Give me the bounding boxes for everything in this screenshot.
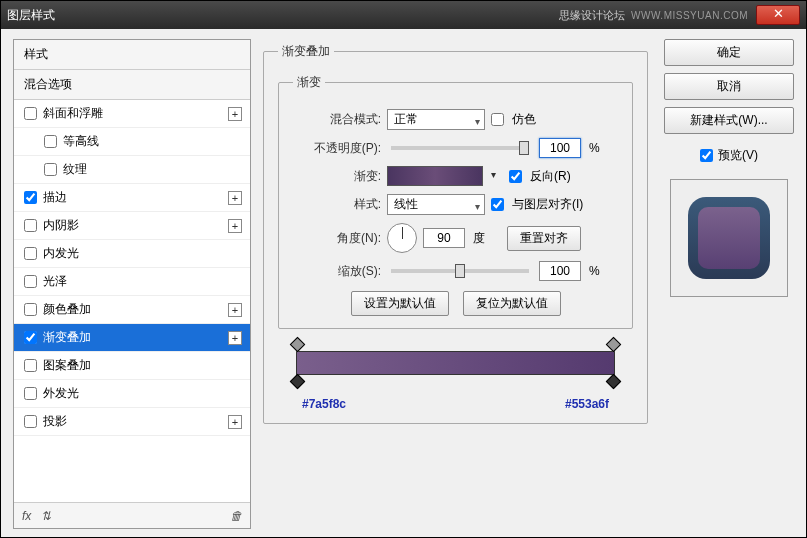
- opacity-input[interactable]: [539, 138, 581, 158]
- preview-icon-inner: [698, 207, 760, 269]
- style-label: 纹理: [63, 161, 242, 178]
- style-label: 描边: [43, 189, 228, 206]
- color-stop-right[interactable]: [606, 374, 622, 390]
- hex-right: #553a6f: [565, 397, 609, 411]
- style-checkbox[interactable]: [24, 107, 37, 120]
- blend-mode-label: 混合模式:: [293, 111, 381, 128]
- reverse-label: 反向(R): [530, 168, 571, 185]
- set-default-button[interactable]: 设置为默认值: [351, 291, 449, 316]
- style-checkbox[interactable]: [24, 415, 37, 428]
- gradient-overlay-fieldset: 渐变叠加 渐变 混合模式: 正常 仿色 不透明度(P): %: [263, 43, 648, 424]
- style-checkbox[interactable]: [44, 163, 57, 176]
- opacity-label: 不透明度(P):: [293, 140, 381, 157]
- opacity-stop-right[interactable]: [606, 337, 622, 353]
- style-item-纹理[interactable]: 纹理: [14, 156, 250, 184]
- styles-list: 样式 混合选项 斜面和浮雕+等高线纹理描边+内阴影+内发光光泽颜色叠加+渐变叠加…: [13, 39, 251, 529]
- titlebar: 图层样式 思缘设计论坛 WWW.MISSYUAN.COM ✕: [1, 1, 806, 29]
- reset-default-button[interactable]: 复位为默认值: [463, 291, 561, 316]
- reverse-checkbox[interactable]: [509, 170, 522, 183]
- align-checkbox[interactable]: [491, 198, 504, 211]
- align-label: 与图层对齐(I): [512, 196, 583, 213]
- dither-label: 仿色: [512, 111, 536, 128]
- chevron-up-down-icon[interactable]: ⇅: [41, 509, 51, 523]
- preview-icon: [688, 197, 770, 279]
- angle-dial[interactable]: [387, 223, 417, 253]
- cancel-button[interactable]: 取消: [664, 73, 794, 100]
- add-instance-button[interactable]: +: [228, 219, 242, 233]
- style-select[interactable]: 线性: [387, 194, 485, 215]
- blend-mode-select[interactable]: 正常: [387, 109, 485, 130]
- scale-label: 缩放(S):: [293, 263, 381, 280]
- style-label: 等高线: [63, 133, 242, 150]
- color-stop-left[interactable]: [290, 374, 306, 390]
- style-item-内阴影[interactable]: 内阴影+: [14, 212, 250, 240]
- opacity-slider[interactable]: [391, 146, 529, 150]
- brand-url: WWW.MISSYUAN.COM: [631, 10, 748, 21]
- style-checkbox[interactable]: [24, 275, 37, 288]
- style-label: 图案叠加: [43, 357, 242, 374]
- ok-button[interactable]: 确定: [664, 39, 794, 66]
- gradient-label: 渐变:: [293, 168, 381, 185]
- preview-label: 预览(V): [718, 147, 758, 164]
- style-checkbox[interactable]: [24, 387, 37, 400]
- style-item-等高线[interactable]: 等高线: [14, 128, 250, 156]
- angle-input[interactable]: [423, 228, 465, 248]
- style-label: 内阴影: [43, 217, 228, 234]
- style-item-光泽[interactable]: 光泽: [14, 268, 250, 296]
- right-panel: 确定 取消 新建样式(W)... 预览(V): [664, 39, 794, 529]
- scale-unit: %: [589, 264, 600, 278]
- styles-footer: fx ⇅ 🗑: [14, 502, 250, 528]
- gradient-swatch[interactable]: [387, 166, 483, 186]
- style-item-颜色叠加[interactable]: 颜色叠加+: [14, 296, 250, 324]
- layer-style-dialog: 图层样式 思缘设计论坛 WWW.MISSYUAN.COM ✕ 样式 混合选项 斜…: [0, 0, 807, 538]
- style-checkbox[interactable]: [24, 303, 37, 316]
- new-style-button[interactable]: 新建样式(W)...: [664, 107, 794, 134]
- scale-input[interactable]: [539, 261, 581, 281]
- styles-header[interactable]: 样式: [14, 40, 250, 70]
- add-instance-button[interactable]: +: [228, 107, 242, 121]
- style-label: 内发光: [43, 245, 242, 262]
- style-item-图案叠加[interactable]: 图案叠加: [14, 352, 250, 380]
- style-checkbox[interactable]: [24, 247, 37, 260]
- add-instance-button[interactable]: +: [228, 331, 242, 345]
- preview-checkbox[interactable]: [700, 149, 713, 162]
- close-button[interactable]: ✕: [756, 5, 800, 25]
- gradient-fieldset: 渐变 混合模式: 正常 仿色 不透明度(P): % 渐变:: [278, 74, 633, 329]
- preview-box: [670, 179, 788, 297]
- style-item-外发光[interactable]: 外发光: [14, 380, 250, 408]
- style-checkbox[interactable]: [44, 135, 57, 148]
- window-title: 图层样式: [7, 7, 55, 24]
- fx-icon[interactable]: fx: [22, 509, 31, 523]
- angle-label: 角度(N):: [293, 230, 381, 247]
- style-checkbox[interactable]: [24, 359, 37, 372]
- style-label: 样式:: [293, 196, 381, 213]
- style-item-描边[interactable]: 描边+: [14, 184, 250, 212]
- dither-checkbox[interactable]: [491, 113, 504, 126]
- style-label: 渐变叠加: [43, 329, 228, 346]
- style-checkbox[interactable]: [24, 219, 37, 232]
- style-checkbox[interactable]: [24, 331, 37, 344]
- reset-align-button[interactable]: 重置对齐: [507, 226, 581, 251]
- blend-options-header[interactable]: 混合选项: [14, 70, 250, 100]
- add-instance-button[interactable]: +: [228, 415, 242, 429]
- gradient-bar[interactable]: [296, 351, 615, 375]
- add-instance-button[interactable]: +: [228, 303, 242, 317]
- inner-title: 渐变: [293, 74, 325, 91]
- scale-slider[interactable]: [391, 269, 529, 273]
- style-item-渐变叠加[interactable]: 渐变叠加+: [14, 324, 250, 352]
- style-item-斜面和浮雕[interactable]: 斜面和浮雕+: [14, 100, 250, 128]
- style-label: 投影: [43, 413, 228, 430]
- gradient-editor: #7a5f8c #553a6f: [278, 351, 633, 411]
- style-item-内发光[interactable]: 内发光: [14, 240, 250, 268]
- hex-left: #7a5f8c: [302, 397, 346, 411]
- style-item-投影[interactable]: 投影+: [14, 408, 250, 436]
- style-label: 斜面和浮雕: [43, 105, 228, 122]
- add-instance-button[interactable]: +: [228, 191, 242, 205]
- opacity-unit: %: [589, 141, 600, 155]
- brand-text: 思缘设计论坛: [559, 8, 625, 23]
- style-label: 光泽: [43, 273, 242, 290]
- opacity-stop-left[interactable]: [290, 337, 306, 353]
- trash-icon[interactable]: 🗑: [230, 509, 242, 523]
- style-label: 颜色叠加: [43, 301, 228, 318]
- style-checkbox[interactable]: [24, 191, 37, 204]
